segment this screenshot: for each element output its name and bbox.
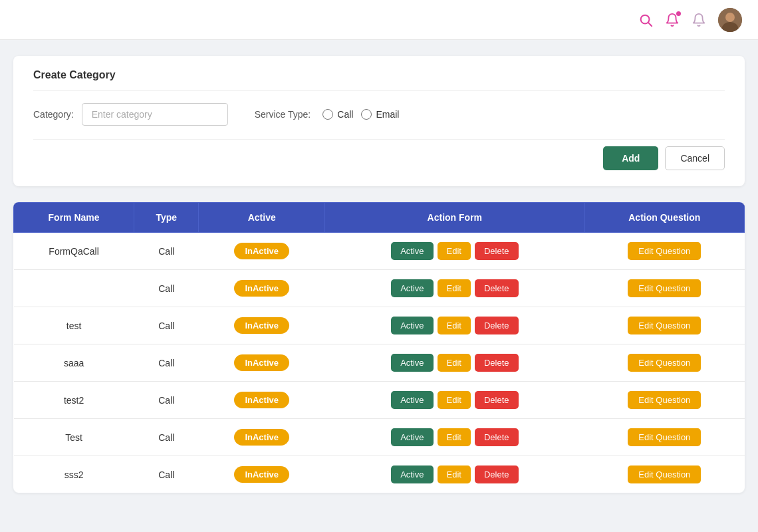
cell-active: InActive <box>199 344 325 382</box>
cell-form-name <box>14 270 134 307</box>
bell-icon[interactable] <box>665 13 680 27</box>
edit-button[interactable]: Edit <box>438 279 471 297</box>
main-content: Create Category Category: Service Type: … <box>0 40 758 509</box>
col-action-form: Action Form <box>325 203 585 233</box>
search-icon[interactable] <box>638 13 653 27</box>
edit-button[interactable]: Edit <box>438 428 471 446</box>
delete-button[interactable]: Delete <box>475 428 519 446</box>
form-row: Category: Service Type: Call Email <box>33 103 725 126</box>
cell-action-question: Edit Question <box>584 233 744 270</box>
radio-email-input[interactable] <box>361 109 372 120</box>
delete-button[interactable]: Delete <box>475 391 519 409</box>
header <box>0 0 758 40</box>
cell-action-form: Active Edit Delete <box>325 307 585 344</box>
edit-button[interactable]: Edit <box>438 354 471 372</box>
active-button[interactable]: Active <box>391 242 433 260</box>
edit-question-button[interactable]: Edit Question <box>628 242 701 260</box>
create-category-title: Create Category <box>33 69 725 91</box>
edit-question-button[interactable]: Edit Question <box>628 317 701 334</box>
cell-action-form: Active Edit Delete <box>325 456 585 493</box>
action-form-btns: Active Edit Delete <box>332 242 578 260</box>
action-form-btns: Active Edit Delete <box>332 354 578 372</box>
cell-action-question: Edit Question <box>584 419 744 456</box>
service-type-label: Service Type: <box>255 109 311 120</box>
inactive-badge: InActive <box>234 392 289 408</box>
radio-call-input[interactable] <box>322 109 333 120</box>
action-form-btns: Active Edit Delete <box>332 391 578 409</box>
edit-button[interactable]: Edit <box>438 391 471 409</box>
cell-active: InActive <box>199 456 325 493</box>
cell-action-question: Edit Question <box>584 344 744 382</box>
delete-button[interactable]: Delete <box>475 279 519 297</box>
edit-button[interactable]: Edit <box>438 466 471 483</box>
form-actions: Add Cancel <box>33 139 725 170</box>
avatar[interactable] <box>718 8 742 32</box>
table-row: FormQaCall Call InActive Active Edit Del… <box>14 233 745 270</box>
action-form-btns: Active Edit Delete <box>332 466 578 483</box>
cell-type: Call <box>134 270 199 307</box>
edit-question-button[interactable]: Edit Question <box>628 279 701 297</box>
cell-action-form: Active Edit Delete <box>325 344 585 382</box>
service-type-group: Service Type: Call Email <box>255 109 400 120</box>
active-button[interactable]: Active <box>391 354 433 372</box>
inactive-badge: InActive <box>234 280 289 297</box>
cell-type: Call <box>134 456 199 493</box>
cell-type: Call <box>134 344 199 382</box>
cell-action-form: Active Edit Delete <box>325 382 585 419</box>
edit-question-button[interactable]: Edit Question <box>628 466 701 483</box>
svg-line-1 <box>649 23 652 26</box>
add-button[interactable]: Add <box>603 146 658 170</box>
table-row: Call InActive Active Edit Delete Edit Qu… <box>14 270 745 307</box>
edit-question-button[interactable]: Edit Question <box>628 428 701 446</box>
delete-button[interactable]: Delete <box>475 317 519 334</box>
cell-form-name: test2 <box>14 382 134 419</box>
delete-button[interactable]: Delete <box>475 354 519 372</box>
cell-active: InActive <box>199 270 325 307</box>
cell-action-question: Edit Question <box>584 270 744 307</box>
col-active: Active <box>199 203 325 233</box>
col-action-question: Action Question <box>584 203 744 233</box>
cancel-button[interactable]: Cancel <box>665 146 725 170</box>
active-button[interactable]: Active <box>391 317 433 334</box>
cell-action-question: Edit Question <box>584 456 744 493</box>
inactive-badge: InActive <box>234 466 289 483</box>
delete-button[interactable]: Delete <box>475 242 519 260</box>
category-input[interactable] <box>82 103 228 126</box>
table-row: test2 Call InActive Active Edit Delete E… <box>14 382 745 419</box>
data-table: Form Name Type Active Action Form Action… <box>13 202 745 493</box>
action-form-btns: Active Edit Delete <box>332 317 578 334</box>
radio-email[interactable]: Email <box>361 109 399 120</box>
cell-active: InActive <box>199 233 325 270</box>
inactive-badge: InActive <box>234 243 289 259</box>
active-button[interactable]: Active <box>391 428 433 446</box>
delete-button[interactable]: Delete <box>475 466 519 483</box>
cell-type: Call <box>134 307 199 344</box>
edit-button[interactable]: Edit <box>438 242 471 260</box>
cell-type: Call <box>134 233 199 270</box>
radio-call-label: Call <box>337 109 353 120</box>
active-button[interactable]: Active <box>391 391 433 409</box>
col-type: Type <box>134 203 199 233</box>
action-form-btns: Active Edit Delete <box>332 279 578 297</box>
cell-action-form: Active Edit Delete <box>325 233 585 270</box>
create-category-card: Create Category Category: Service Type: … <box>13 56 745 186</box>
cell-active: InActive <box>199 307 325 344</box>
table-row: sss2 Call InActive Active Edit Delete Ed… <box>14 456 745 493</box>
cell-form-name: Test <box>14 419 134 456</box>
action-form-btns: Active Edit Delete <box>332 428 578 446</box>
cell-form-name: FormQaCall <box>14 233 134 270</box>
edit-question-button[interactable]: Edit Question <box>628 354 701 372</box>
active-button[interactable]: Active <box>391 279 433 297</box>
table-body: FormQaCall Call InActive Active Edit Del… <box>14 233 745 493</box>
table-header-row: Form Name Type Active Action Form Action… <box>14 203 745 233</box>
edit-question-button[interactable]: Edit Question <box>628 391 701 409</box>
svg-point-0 <box>641 15 650 23</box>
active-button[interactable]: Active <box>391 466 433 483</box>
notification-dot <box>676 11 681 16</box>
table-row: Test Call InActive Active Edit Delete Ed… <box>14 419 745 456</box>
edit-button[interactable]: Edit <box>438 317 471 334</box>
table-row: test Call InActive Active Edit Delete Ed… <box>14 307 745 344</box>
cell-active: InActive <box>199 382 325 419</box>
radio-call[interactable]: Call <box>322 109 353 120</box>
bell-outline-icon[interactable] <box>692 13 706 27</box>
